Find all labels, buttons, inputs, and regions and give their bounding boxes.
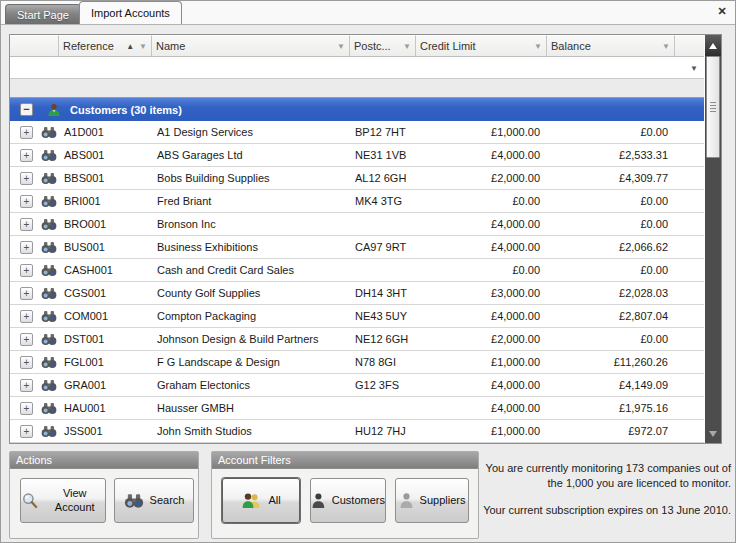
monitoring-status-text: You are currently monitoring 173 compani… bbox=[479, 461, 731, 491]
chevron-down-icon[interactable]: ▼ bbox=[690, 64, 698, 73]
table-row[interactable]: + CA bbox=[10, 259, 704, 282]
view-account-button[interactable]: View Account bbox=[20, 478, 106, 523]
tab-bar: Start Page Import Accounts ✕ bbox=[1, 1, 735, 25]
cell-filler bbox=[675, 420, 704, 442]
cell-postcode bbox=[350, 213, 416, 235]
chevron-down-icon[interactable]: ▼ bbox=[403, 42, 411, 51]
person-gray-icon bbox=[399, 492, 414, 509]
cell-credit-limit: £3,000.00 bbox=[416, 282, 547, 304]
cell-balance: £2,028.03 bbox=[547, 282, 675, 304]
expand-plus-icon[interactable]: + bbox=[20, 379, 33, 392]
accounts-grid: Reference ▲ ▼ Name ▼ Postc... ▼ Credit L… bbox=[9, 34, 722, 444]
cell-balance: £0.00 bbox=[547, 121, 675, 143]
expand-plus-icon[interactable]: + bbox=[20, 356, 33, 369]
filter-all-button[interactable]: All bbox=[222, 478, 300, 523]
expand-plus-icon[interactable]: + bbox=[20, 287, 33, 300]
collapse-minus-icon[interactable]: − bbox=[20, 103, 33, 116]
scroll-up-button[interactable] bbox=[705, 35, 721, 56]
table-row[interactable]: + BU bbox=[10, 236, 704, 259]
table-row[interactable]: + A1 bbox=[10, 121, 704, 144]
expand-plus-icon[interactable]: + bbox=[20, 149, 33, 162]
table-row[interactable]: + GR bbox=[10, 374, 704, 397]
cell-reference: CGS001 bbox=[59, 282, 152, 304]
expand-plus-icon[interactable]: + bbox=[20, 310, 33, 323]
cell-credit-limit: £4,000.00 bbox=[416, 374, 547, 396]
cell-name: County Golf Supplies bbox=[152, 282, 350, 304]
expand-plus-icon[interactable]: + bbox=[20, 402, 33, 415]
table-row[interactable]: + CO bbox=[10, 305, 704, 328]
expand-plus-icon[interactable]: + bbox=[20, 425, 33, 438]
expand-plus-icon[interactable]: + bbox=[20, 264, 33, 277]
column-header-name[interactable]: Name ▼ bbox=[152, 35, 350, 57]
binoculars-icon bbox=[41, 379, 57, 392]
cell-credit-limit: £4,000.00 bbox=[416, 305, 547, 327]
chevron-down-icon[interactable]: ▼ bbox=[337, 42, 345, 51]
cell-reference: A1D001 bbox=[59, 121, 152, 143]
cell-name: Fred Briant bbox=[152, 190, 350, 212]
chevron-down-icon[interactable]: ▼ bbox=[534, 42, 542, 51]
table-row[interactable]: + BR bbox=[10, 213, 704, 236]
cell-postcode: AL12 6GH bbox=[350, 167, 416, 189]
scrollbar-thumb[interactable] bbox=[706, 56, 720, 158]
table-row[interactable]: + AB bbox=[10, 144, 704, 167]
cell-credit-limit: £2,000.00 bbox=[416, 328, 547, 350]
column-header-credit-limit[interactable]: Credit Limit ▼ bbox=[416, 35, 547, 57]
column-header-filler bbox=[675, 35, 704, 57]
chevron-down-icon[interactable]: ▼ bbox=[139, 42, 147, 51]
expand-plus-icon[interactable]: + bbox=[20, 195, 33, 208]
tab-import-accounts[interactable]: Import Accounts bbox=[79, 1, 182, 24]
subscription-status: You are currently monitoring 173 compani… bbox=[479, 461, 731, 518]
expand-plus-icon[interactable]: + bbox=[20, 172, 33, 185]
customers-group-row[interactable]: − Customers (30 items) bbox=[10, 97, 704, 121]
cell-reference: BRO001 bbox=[59, 213, 152, 235]
column-header-reference[interactable]: Reference ▲ ▼ bbox=[59, 35, 152, 57]
filter-row[interactable]: ▼ bbox=[10, 57, 704, 79]
table-row[interactable]: + BB bbox=[10, 167, 704, 190]
chevron-down-icon[interactable]: ▼ bbox=[662, 42, 670, 51]
expand-plus-icon[interactable]: + bbox=[20, 333, 33, 346]
cell-credit-limit: £1,000.00 bbox=[416, 121, 547, 143]
table-row[interactable]: + BR bbox=[10, 190, 704, 213]
cell-filler bbox=[675, 305, 704, 327]
table-row[interactable]: + DS bbox=[10, 328, 704, 351]
grid-header-row: Reference ▲ ▼ Name ▼ Postc... ▼ Credit L… bbox=[10, 35, 704, 57]
cell-postcode: G12 3FS bbox=[350, 374, 416, 396]
scroll-down-icon[interactable] bbox=[709, 431, 717, 437]
cell-name: Bronson Inc bbox=[152, 213, 350, 235]
close-icon[interactable]: ✕ bbox=[715, 4, 729, 18]
group-label: Customers (30 items) bbox=[70, 104, 182, 116]
tab-start-page[interactable]: Start Page bbox=[5, 4, 81, 24]
cell-credit-limit: £2,000.00 bbox=[416, 167, 547, 189]
cell-filler bbox=[675, 282, 704, 304]
cell-filler bbox=[675, 121, 704, 143]
table-row[interactable]: + JS bbox=[10, 420, 704, 443]
expand-plus-icon[interactable]: + bbox=[20, 218, 33, 231]
filter-customers-button[interactable]: Customers bbox=[310, 478, 386, 523]
cell-balance: £0.00 bbox=[547, 213, 675, 235]
cell-balance: £4,149.09 bbox=[547, 374, 675, 396]
cell-reference: GRA001 bbox=[59, 374, 152, 396]
column-header-expand[interactable] bbox=[10, 35, 59, 57]
cell-name: A1 Design Services bbox=[152, 121, 350, 143]
cell-postcode: NE31 1VB bbox=[350, 144, 416, 166]
binoculars-icon bbox=[41, 126, 57, 139]
expand-plus-icon[interactable]: + bbox=[20, 241, 33, 254]
table-row[interactable]: + CG bbox=[10, 282, 704, 305]
table-row[interactable]: + HA bbox=[10, 397, 704, 420]
column-header-balance[interactable]: Balance ▼ bbox=[547, 35, 675, 57]
filter-suppliers-button[interactable]: Suppliers bbox=[395, 478, 469, 523]
vertical-scrollbar[interactable] bbox=[704, 35, 721, 443]
cell-name: John Smith Studios bbox=[152, 420, 350, 442]
cell-postcode: NE12 6GH bbox=[350, 328, 416, 350]
cell-reference: CASH001 bbox=[59, 259, 152, 281]
expand-plus-icon[interactable]: + bbox=[20, 126, 33, 139]
column-header-postcode[interactable]: Postc... ▼ bbox=[350, 35, 416, 57]
cell-name: Bobs Building Supplies bbox=[152, 167, 350, 189]
cell-postcode: NE43 5UY bbox=[350, 305, 416, 327]
cell-postcode: N78 8GI bbox=[350, 351, 416, 373]
table-row[interactable]: + FG bbox=[10, 351, 704, 374]
search-button[interactable]: Search bbox=[114, 478, 194, 523]
cell-balance: £2,066.62 bbox=[547, 236, 675, 258]
cell-balance: £972.07 bbox=[547, 420, 675, 442]
cell-credit-limit: £0.00 bbox=[416, 190, 547, 212]
